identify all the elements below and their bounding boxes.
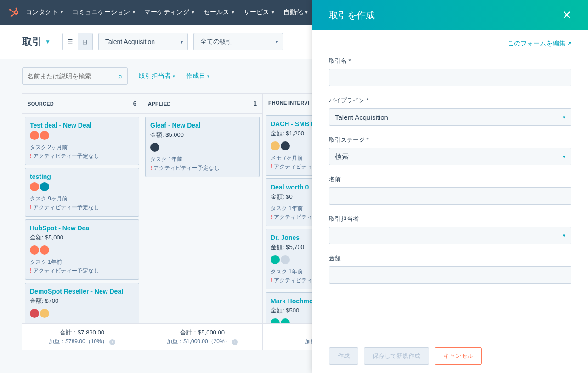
chevron-down-icon: ▼	[231, 10, 235, 15]
board-view-button[interactable]: ⊞	[78, 33, 92, 50]
avatar	[271, 141, 280, 150]
card-title: HubSpot - New Deal	[30, 224, 134, 232]
card-title: Gleaf - New Deal	[150, 122, 254, 129]
create-date-filter[interactable]: 作成日▾	[186, 72, 209, 80]
create-deal-drawer: 取引を作成 ✕ このフォームを編集 取引名 * パイプライン * Talent …	[312, 0, 588, 373]
chevron-down-icon: ▼	[132, 10, 136, 15]
owner-label: 取引担当者	[329, 215, 571, 223]
nav-service[interactable]: サービス▼	[241, 5, 278, 20]
column-body: Gleaf - New Deal金額: $5,000タスク 1年前アクティビティ…	[142, 114, 262, 323]
deal-card[interactable]: Test deal - New Dealタスク 2ヶ月前アクティビティー予定なし	[25, 117, 139, 165]
board-column: SOURCED6Test deal - New Dealタスク 2ヶ月前アクティ…	[22, 93, 142, 350]
info-icon[interactable]: i	[109, 339, 115, 345]
stage-label: 取引ステージ *	[329, 136, 571, 144]
deal-card[interactable]: Gleaf - New Deal金額: $5,000タスク 1年前アクティビティ…	[145, 117, 260, 177]
card-warning: アクティビティー予定なし	[30, 152, 134, 160]
card-meta: タスク 2ヶ月前	[30, 144, 134, 151]
name-input[interactable]	[329, 187, 571, 205]
pipeline-select-input[interactable]: Talent Acquisition	[329, 108, 571, 126]
deal-card[interactable]: DemoSpot Reseller - New Deal金額: $700タスク …	[25, 283, 139, 323]
svg-point-7	[11, 16, 12, 17]
deal-card[interactable]: testingタスク 9ヶ月前アクティビティー予定なし	[25, 168, 139, 217]
column-header: APPLIED1	[142, 93, 262, 114]
card-meta: タスク 1年前	[150, 156, 254, 163]
chevron-down-icon: ▼	[191, 10, 195, 15]
column-weight: 加重：$1,000.00（20%）i	[147, 338, 258, 345]
card-warning: アクティビティー予定なし	[30, 267, 134, 275]
svg-point-1	[15, 11, 17, 13]
card-meta: タスク 9ヶ月前	[30, 195, 134, 203]
drawer-footer: 作成 保存して新規作成 キャンセル	[312, 339, 588, 373]
card-meta: タスク 1年前	[30, 258, 134, 266]
stage-select-input[interactable]: 検索	[329, 148, 571, 165]
avatar	[281, 255, 290, 264]
card-title: testing	[30, 173, 134, 180]
avatar	[30, 245, 39, 255]
column-total: 合計：$5,000.00	[147, 328, 258, 337]
card-avatars	[150, 143, 254, 152]
chevron-down-icon: ▼	[305, 10, 309, 15]
avatar	[40, 182, 49, 191]
edit-form-link[interactable]: このフォームを編集	[329, 39, 571, 48]
deal-name-label: 取引名 *	[329, 57, 571, 65]
svg-point-5	[9, 9, 11, 11]
list-view-button[interactable]: ☰	[63, 33, 78, 50]
deals-filter-select[interactable]: 全ての取引	[193, 33, 283, 50]
avatar	[281, 141, 290, 150]
cancel-button[interactable]: キャンセル	[435, 347, 482, 365]
owner-filter[interactable]: 取引担当者▾	[139, 72, 175, 80]
owner-select-input[interactable]	[329, 227, 571, 244]
nav-communication[interactable]: コミュニケーション▼	[69, 5, 139, 20]
avatar	[40, 245, 49, 255]
chevron-down-icon: ▼	[271, 10, 275, 15]
avatar	[271, 318, 280, 323]
svg-point-3	[16, 8, 17, 9]
search-input[interactable]	[27, 72, 118, 80]
nav-contacts[interactable]: コンタクト▼	[23, 5, 67, 20]
nav-sales[interactable]: セールス▼	[201, 5, 238, 20]
deal-card[interactable]: HubSpot - New Deal金額: $5,000タスク 1年前アクティビ…	[25, 219, 139, 280]
create-button[interactable]: 作成	[329, 347, 358, 365]
chevron-down-icon: ▼	[45, 39, 51, 45]
card-avatars	[30, 182, 134, 191]
card-title: DemoSpot Reseller - New Deal	[30, 288, 134, 295]
avatar	[271, 255, 280, 264]
avatar	[30, 131, 39, 140]
nav-automation[interactable]: 自動化▼	[281, 5, 311, 20]
avatar	[281, 318, 290, 323]
hubspot-logo[interactable]	[7, 6, 20, 19]
column-total: 合計：$7,890.00	[27, 328, 137, 337]
chevron-down-icon: ▼	[60, 10, 64, 15]
column-footer: 合計：$5,000.00加重：$1,000.00（20%）i	[142, 323, 262, 350]
save-new-button[interactable]: 保存して新規作成	[364, 347, 429, 365]
column-title: APPLIED	[148, 101, 171, 106]
column-count: 1	[254, 100, 257, 107]
drawer-title: 取引を作成	[329, 9, 375, 22]
page-title-dropdown[interactable]: 取引▼	[22, 35, 51, 49]
column-header: SOURCED6	[22, 93, 142, 114]
drawer-body: このフォームを編集 取引名 * パイプライン * Talent Acquisit…	[312, 30, 588, 339]
column-body: Test deal - New Dealタスク 2ヶ月前アクティビティー予定なし…	[22, 114, 142, 323]
avatar	[150, 143, 159, 152]
deal-name-input[interactable]	[329, 69, 571, 86]
chevron-down-icon: ▾	[207, 74, 209, 78]
pipeline-select[interactable]: Talent Acquisition	[98, 33, 188, 50]
name-label: 名前	[329, 175, 571, 184]
column-weight: 加重：$789.00（10%）i	[27, 338, 137, 345]
nav-marketing[interactable]: マーケティング▼	[141, 5, 198, 20]
card-amount: 金額: $5,000	[150, 131, 254, 139]
search-icon: ⌕	[118, 72, 123, 80]
close-button[interactable]: ✕	[562, 9, 571, 22]
pipeline-label: パイプライン *	[329, 96, 571, 105]
card-warning: アクティビティー予定なし	[150, 164, 254, 172]
info-icon[interactable]: i	[232, 339, 238, 345]
card-title: Test deal - New Deal	[30, 122, 134, 129]
avatar	[40, 131, 49, 140]
search-box[interactable]: ⌕	[22, 67, 128, 85]
card-avatars	[30, 309, 134, 318]
drawer-header: 取引を作成 ✕	[312, 0, 588, 30]
amount-input[interactable]	[329, 266, 571, 284]
card-avatars	[30, 245, 134, 255]
chevron-down-icon: ▾	[173, 74, 175, 78]
board-column: APPLIED1Gleaf - New Deal金額: $5,000タスク 1年…	[142, 93, 263, 350]
